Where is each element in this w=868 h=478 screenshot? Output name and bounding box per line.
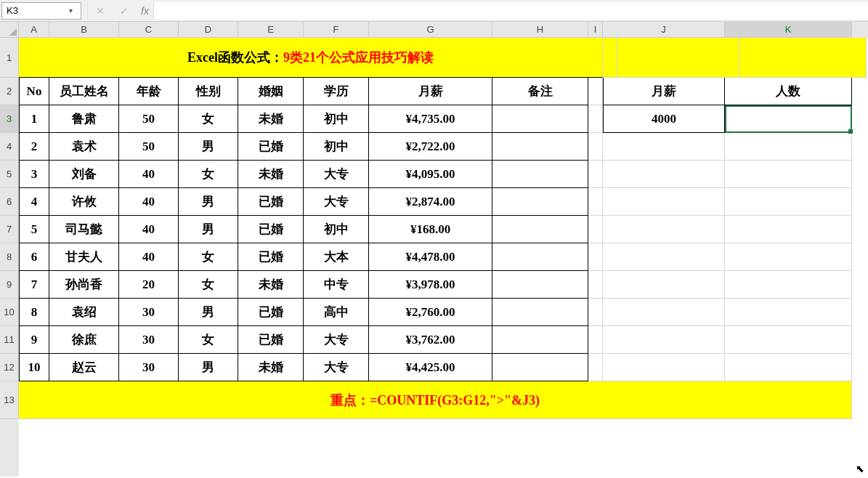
cell-age[interactable]: 40 — [119, 161, 179, 188]
cell-edu[interactable]: 大专 — [304, 354, 369, 381]
cell-age[interactable]: 30 — [119, 326, 179, 354]
cells-area[interactable]: A B C D E F G H I J K Excel函数公式： 9类21个公式… — [19, 22, 868, 477]
row-header[interactable]: 10 — [0, 299, 19, 326]
col-marital[interactable]: 婚姻 — [238, 78, 304, 105]
cell[interactable] — [588, 354, 603, 381]
row-header[interactable]: 8 — [0, 243, 19, 271]
row-header[interactable]: 4 — [0, 133, 19, 161]
row-header[interactable]: 5 — [0, 161, 19, 188]
side-salary-value[interactable]: 4000 — [603, 105, 725, 133]
cell-gender[interactable]: 女 — [179, 243, 238, 271]
cell-no[interactable]: 8 — [19, 299, 49, 326]
col-header[interactable]: K — [725, 22, 852, 38]
cell-age[interactable]: 50 — [119, 105, 179, 133]
cell-edu[interactable]: 高中 — [304, 299, 369, 326]
cell-note[interactable] — [492, 271, 588, 299]
cell-age[interactable]: 40 — [119, 216, 179, 243]
row-header[interactable]: 1 — [0, 38, 19, 78]
cell-edu[interactable]: 大本 — [304, 243, 369, 271]
cell[interactable] — [588, 216, 603, 243]
cell-edu[interactable]: 初中 — [304, 105, 369, 133]
cell-age[interactable]: 40 — [119, 243, 179, 271]
col-age[interactable]: 年龄 — [119, 78, 179, 105]
cell[interactable] — [588, 243, 603, 271]
cell-marital[interactable]: 已婚 — [238, 243, 304, 271]
cell-age[interactable]: 50 — [119, 133, 179, 161]
cell-age[interactable]: 40 — [119, 188, 179, 216]
col-note[interactable]: 备注 — [492, 78, 588, 105]
cell-salary[interactable]: ¥4,425.00 — [369, 354, 492, 381]
row-header[interactable]: 11 — [0, 326, 19, 354]
cell[interactable] — [588, 161, 603, 188]
col-name[interactable]: 员工姓名 — [49, 78, 119, 105]
cell-marital[interactable]: 已婚 — [238, 216, 304, 243]
row-header[interactable]: 12 — [0, 354, 19, 381]
cell-gender[interactable]: 女 — [179, 326, 238, 354]
cell[interactable] — [588, 78, 603, 105]
cell-no[interactable]: 5 — [19, 216, 49, 243]
cell-salary[interactable]: ¥4,478.00 — [369, 243, 492, 271]
cell[interactable] — [725, 299, 852, 326]
col-header[interactable]: A — [19, 22, 49, 38]
col-header[interactable]: B — [49, 22, 119, 38]
cell[interactable] — [603, 326, 725, 354]
cell[interactable] — [588, 105, 603, 133]
cell-salary[interactable]: ¥3,978.00 — [369, 271, 492, 299]
name-box-dropdown-icon[interactable]: ▾ — [65, 7, 76, 15]
col-gender[interactable]: 性别 — [179, 78, 238, 105]
cell-note[interactable] — [492, 326, 588, 354]
cell-note[interactable] — [492, 243, 588, 271]
cell-name[interactable]: 许攸 — [49, 188, 119, 216]
cell[interactable] — [725, 133, 852, 161]
cell-note[interactable] — [492, 299, 588, 326]
cell[interactable] — [617, 38, 739, 78]
footer-formula-note[interactable]: 重点：=COUNTIF(G3:G12,">"&J3) — [19, 381, 852, 419]
cell[interactable] — [588, 188, 603, 216]
cell-note[interactable] — [492, 354, 588, 381]
cell-note[interactable] — [492, 133, 588, 161]
cell[interactable] — [588, 299, 603, 326]
cell-edu[interactable]: 大专 — [304, 188, 369, 216]
name-box[interactable]: K3 ▾ — [1, 2, 81, 20]
cell-edu[interactable]: 大专 — [304, 326, 369, 354]
col-header[interactable]: F — [304, 22, 369, 38]
cell-name[interactable]: 孙尚香 — [49, 271, 119, 299]
cell-gender[interactable]: 男 — [179, 188, 238, 216]
cell[interactable] — [603, 161, 725, 188]
col-header[interactable]: E — [238, 22, 304, 38]
cell-name[interactable]: 徐庶 — [49, 326, 119, 354]
cell[interactable] — [725, 216, 852, 243]
col-no[interactable]: No — [19, 78, 49, 105]
cell-age[interactable]: 20 — [119, 271, 179, 299]
cell-no[interactable]: 10 — [19, 354, 49, 381]
col-header[interactable]: H — [492, 22, 588, 38]
cell-name[interactable]: 司马懿 — [49, 216, 119, 243]
cell-name[interactable]: 袁术 — [49, 133, 119, 161]
page-title[interactable]: Excel函数公式： 9类21个公式应用技巧解读 — [19, 38, 603, 78]
row-header[interactable]: 6 — [0, 188, 19, 216]
cell[interactable] — [725, 326, 852, 354]
cell-salary[interactable]: ¥3,762.00 — [369, 326, 492, 354]
cell-gender[interactable]: 女 — [179, 161, 238, 188]
row-header[interactable]: 9 — [0, 271, 19, 299]
cell-marital[interactable]: 已婚 — [238, 326, 304, 354]
cell-no[interactable]: 4 — [19, 188, 49, 216]
col-header[interactable]: D — [179, 22, 238, 38]
cell-edu[interactable]: 初中 — [304, 216, 369, 243]
cell[interactable] — [739, 38, 867, 78]
row-header[interactable]: 7 — [0, 216, 19, 243]
cell-marital[interactable]: 已婚 — [238, 133, 304, 161]
cell[interactable] — [603, 354, 725, 381]
cell-marital[interactable]: 未婚 — [238, 105, 304, 133]
cell[interactable] — [603, 133, 725, 161]
row-header[interactable]: 2 — [0, 78, 19, 105]
cell[interactable] — [603, 188, 725, 216]
col-header[interactable]: C — [119, 22, 179, 38]
cell-age[interactable]: 30 — [119, 299, 179, 326]
row-header[interactable]: 3 — [0, 105, 19, 133]
cell-edu[interactable]: 大专 — [304, 161, 369, 188]
cell[interactable] — [603, 299, 725, 326]
cell-no[interactable]: 6 — [19, 243, 49, 271]
col-salary[interactable]: 月薪 — [369, 78, 492, 105]
cell-salary[interactable]: ¥4,735.00 — [369, 105, 492, 133]
